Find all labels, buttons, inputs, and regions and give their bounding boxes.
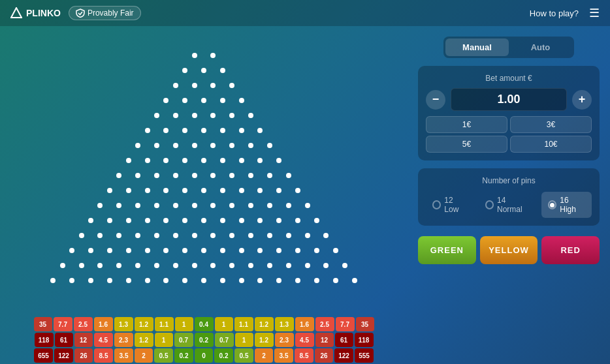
pin-option-12[interactable]: 12 Low [426, 192, 475, 218]
plinko-dot [173, 113, 178, 118]
menu-icon[interactable]: ☰ [589, 6, 600, 20]
quick-amount-5[interactable]: 5€ [426, 136, 507, 153]
bet-panel: Bet amount € − 1.00 + 1€ 3€ 5€ 10€ [418, 66, 600, 160]
multiplier-cell: 1.1 [234, 317, 253, 331]
plinko-dot [201, 98, 206, 103]
plinko-dot [126, 158, 131, 163]
plinko-dot [116, 233, 121, 238]
pin-option-14[interactable]: 14 Normal [479, 192, 538, 218]
plinko-dot [69, 248, 74, 253]
header-left: PLINKO Provably Fair [10, 6, 141, 20]
plinko-dot [173, 173, 178, 178]
plinko-dot [135, 173, 140, 178]
plinko-dot [276, 158, 281, 163]
plinko-dot [286, 173, 291, 178]
plinko-dot [210, 53, 216, 58]
multiplier-cell: 1 [155, 333, 173, 347]
multiplier-cell: 4.5 [295, 333, 314, 347]
multiplier-cell: 7.7 [54, 317, 72, 331]
multiplier-cell: 0.5 [154, 348, 173, 363]
plinko-dot [201, 218, 206, 223]
multiplier-cell: 118 [355, 333, 374, 347]
bet-input-row: − 1.00 + [426, 88, 592, 111]
dots-container [44, 42, 364, 294]
plinko-dot [276, 218, 281, 223]
multiplier-section: 357.72.51.61.31.21.110.411.11.21.31.62.5… [0, 317, 408, 364]
multiplier-cell: 61 [335, 333, 353, 347]
plinko-dot [239, 278, 244, 283]
multiplier-cell: 0.2 [214, 348, 233, 363]
plinko-dot [229, 143, 234, 148]
quick-amount-1[interactable]: 1€ [426, 116, 507, 133]
plinko-dot [145, 218, 150, 223]
multiplier-cell: 12 [74, 333, 93, 347]
logo-area: PLINKO [10, 7, 61, 19]
yellow-button[interactable]: YELLOW [480, 236, 538, 264]
plinko-dot [239, 218, 244, 223]
multiplier-cell: 2.3 [114, 333, 133, 347]
plinko-dot [182, 68, 187, 73]
quick-amount-3[interactable]: 3€ [510, 116, 592, 133]
plinko-dot [135, 233, 140, 238]
plinko-dot [201, 128, 206, 133]
plinko-dot [201, 158, 206, 163]
plinko-dot [154, 143, 159, 148]
multiplier-cell: 0.7 [174, 333, 193, 347]
plinko-dot [220, 128, 225, 133]
plinko-dot [248, 233, 253, 238]
plinko-dot [50, 278, 56, 283]
how-to-play-link[interactable]: How to play? [530, 8, 579, 18]
tab-manual[interactable]: Manual [445, 38, 509, 56]
plinko-dot [248, 113, 253, 118]
tab-auto[interactable]: Auto [509, 38, 572, 56]
plinko-dot [295, 218, 300, 223]
plinko-dot [229, 113, 234, 118]
plinko-dot [220, 98, 225, 103]
bet-increase-button[interactable]: + [572, 90, 592, 110]
plinko-dot [295, 248, 300, 253]
plinko-dot [192, 113, 197, 118]
pin-option-16[interactable]: 16 High [541, 192, 592, 218]
plinko-dot [248, 173, 253, 178]
multiplier-cell: 0.2 [195, 333, 214, 347]
radio-16 [548, 200, 556, 209]
provably-fair-badge[interactable]: Provably Fair [69, 6, 141, 20]
red-button[interactable]: RED [541, 236, 600, 264]
provably-fair-label: Provably Fair [88, 8, 134, 18]
plinko-dot [229, 203, 234, 208]
plinko-dot [154, 263, 159, 268]
green-button[interactable]: GREEN [418, 236, 476, 264]
plinko-dot [352, 278, 357, 283]
multiplier-cell: 1.6 [94, 317, 113, 331]
mode-tabs: Manual Auto [443, 37, 574, 58]
plinko-dot [88, 278, 93, 283]
plinko-dot [60, 263, 65, 268]
plinko-dot [286, 233, 291, 238]
bet-decrease-button[interactable]: − [426, 90, 445, 110]
plinko-dot [163, 98, 169, 103]
svg-marker-0 [11, 8, 22, 18]
pin-label-14: 14 Normal [497, 196, 531, 214]
plinko-dot [145, 158, 150, 163]
plinko-dot [323, 233, 329, 238]
multiplier-cell: 555 [355, 348, 374, 363]
multiplier-cell: 1.3 [275, 317, 294, 331]
plinko-dot [182, 218, 187, 223]
plinko-dot [192, 233, 197, 238]
multiplier-cell: 1.6 [295, 317, 314, 331]
multiplier-cell: 0.5 [234, 348, 253, 363]
plinko-dot [210, 233, 216, 238]
multiplier-cell: 0.2 [174, 348, 193, 363]
plinko-dot [201, 68, 206, 73]
plinko-dot [182, 248, 187, 253]
radio-14 [485, 200, 494, 209]
plinko-dot [210, 113, 216, 118]
pins-panel: Number of pins 12 Low 14 Normal 16 High [418, 168, 600, 226]
multiplier-cell: 2.5 [74, 317, 93, 331]
quick-amount-10[interactable]: 10€ [510, 136, 592, 153]
plinko-dot [163, 158, 169, 163]
plinko-dot [210, 173, 216, 178]
multiplier-cell: 4.5 [94, 333, 113, 347]
quick-amounts: 1€ 3€ 5€ 10€ [426, 116, 592, 153]
plinko-dot [220, 248, 225, 253]
